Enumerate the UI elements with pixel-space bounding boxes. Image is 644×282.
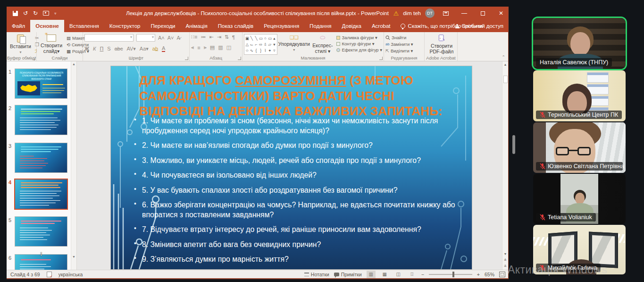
tab-slideshow[interactable]: Показ слайдів — [213, 20, 259, 32]
columns-icon[interactable]: ▥ — [218, 44, 223, 51]
tab-view[interactable]: Подання — [304, 20, 336, 32]
tab-file[interactable]: Файл — [7, 20, 30, 32]
thumbnail-scrollbar[interactable]: ▲ ▼ — [71, 61, 76, 271]
paste-button[interactable]: Вставити ▾ — [8, 34, 33, 55]
arrange-button[interactable]: ❏❏ Упорядкувати ▾ — [279, 34, 309, 55]
spellcheck-icon[interactable] — [47, 272, 52, 277]
tab-transitions[interactable]: Переходи — [145, 20, 180, 32]
align-center-icon[interactable]: ≡ — [197, 45, 200, 51]
select-button[interactable]: ⇱ Виділити ▾ — [385, 48, 423, 53]
new-slide-button[interactable]: Створити слайд▾ — [38, 34, 65, 55]
account-name[interactable]: dim teh — [403, 10, 421, 16]
line-spacing-icon[interactable]: ⇅ — [225, 34, 229, 40]
replace-button[interactable]: abЗамінити ▾ — [385, 42, 423, 47]
smartart-icon[interactable]: ◫ — [226, 44, 231, 51]
start-slideshow-icon[interactable] — [43, 11, 49, 16]
tab-home[interactable]: Основне — [30, 20, 64, 32]
current-slide[interactable]: ДЛЯ КРАЩОГО САМОРОЗУМІННЯ (З МЕТОЮ САМОД… — [111, 66, 472, 269]
slide-thumbnail-1[interactable]: ПСИХОЛОГО-СОЦІАЛЬНІ ОСОБЛИВОСТІ СПІЛКУВА… — [15, 68, 67, 99]
shape-outline-button[interactable]: Контур фігури ▾ — [336, 41, 382, 46]
participant-tile[interactable]: Юзвенко Світлана Петрівна — [533, 122, 626, 173]
gallery-more-icon[interactable]: ▿ — [273, 48, 275, 53]
slide-thumbnail-2[interactable] — [15, 105, 67, 135]
bullets-icon[interactable]: ∷≡ — [191, 34, 197, 40]
font-size-select[interactable] — [136, 34, 155, 42]
slide-counter[interactable]: Слайд 4 з 69 — [10, 272, 40, 277]
save-icon[interactable] — [13, 11, 18, 16]
slide-thumbnail-5[interactable] — [15, 216, 67, 247]
change-case-icon[interactable]: Aa▾ — [140, 46, 149, 52]
align-left-icon[interactable]: ⫷ — [191, 44, 194, 51]
highlight-color-icon[interactable]: ab̲ — [152, 46, 158, 51]
font-dialog-launcher[interactable] — [185, 57, 188, 60]
italic-icon[interactable]: К — [93, 46, 96, 51]
redo-icon[interactable]: ↻ — [33, 10, 38, 17]
tab-acrobat[interactable]: Acrobat — [367, 20, 396, 32]
text-direction-icon[interactable]: ¶ — [232, 34, 235, 40]
char-spacing-icon[interactable]: AV▾ — [126, 46, 135, 52]
slide-sorter-view-button[interactable]: ▦ — [380, 271, 389, 278]
reading-view-button[interactable]: ◫ — [394, 271, 403, 278]
font-name-select[interactable] — [84, 34, 134, 42]
notes-button[interactable]: Нотатки — [304, 272, 329, 277]
grow-font-icon[interactable]: A˄ — [158, 35, 165, 41]
close-button[interactable]: ✕ — [494, 7, 508, 20]
font-color-icon[interactable]: A — [162, 45, 165, 52]
tab-help[interactable]: Довідка — [337, 20, 367, 32]
bold-icon[interactable]: Ж — [84, 46, 89, 51]
zoom-slider-handle[interactable] — [452, 272, 454, 277]
zoom-slider[interactable] — [429, 274, 472, 275]
participant-tile[interactable]: Тернопільський Центр ПК — [533, 70, 626, 121]
textbox-shape-icon[interactable]: ▣ — [245, 36, 249, 41]
gallery-down-icon[interactable]: ▾ — [273, 42, 275, 47]
indent-increase-icon[interactable]: ⇥ — [217, 34, 221, 40]
normal-view-button[interactable]: ▥ — [367, 271, 376, 278]
find-button[interactable]: Знайти — [385, 35, 423, 40]
slide-body-text[interactable]: 1. Чи маєте ви проблеми зі сном (безсонн… — [142, 116, 472, 269]
numbering-icon[interactable]: ≔ — [201, 34, 206, 40]
underline-icon[interactable]: П — [100, 46, 103, 51]
previous-slide-icon[interactable]: ≜ — [502, 258, 508, 262]
meeting-panel-scrollbar[interactable] — [512, 135, 515, 154]
shadow-icon[interactable]: S — [107, 46, 110, 51]
shape-effects-button[interactable]: Ефекти для фігур ▾ — [336, 47, 382, 52]
slide-title[interactable]: ДЛЯ КРАЩОГО САМОРОЗУМІННЯ (З МЕТОЮ САМОД… — [139, 73, 449, 119]
clipboard-dialog-launcher[interactable] — [32, 57, 35, 60]
minimize-button[interactable]: — — [457, 7, 471, 20]
justify-icon[interactable]: ▤ — [210, 44, 215, 51]
slide-thumbnail-3[interactable] — [15, 143, 67, 173]
thumb-scroll-up-icon[interactable]: ▲ — [72, 62, 75, 66]
warning-icon[interactable]: ⚠ — [393, 10, 399, 17]
collapse-ribbon-icon[interactable]: ⌃ — [502, 55, 505, 60]
scroll-up-icon[interactable]: ▲ — [502, 63, 508, 66]
indent-decrease-icon[interactable]: ⇤ — [209, 34, 213, 40]
paragraph-dialog-launcher[interactable] — [238, 57, 241, 60]
clear-format-icon[interactable]: A̷ — [177, 35, 180, 41]
share-button[interactable]: Спільний доступ — [455, 20, 503, 32]
thumb-scroll-down-icon[interactable]: ▼ — [72, 255, 75, 258]
participant-tile[interactable]: Наталія Савелюк (ТНПУ) — [533, 18, 626, 69]
tab-animations[interactable]: Анімація — [181, 20, 213, 32]
scroll-down-icon[interactable]: ▼ — [502, 252, 508, 256]
scroll-thumb[interactable] — [503, 76, 508, 83]
zoom-level[interactable]: 65% — [485, 272, 494, 277]
undo-icon[interactable]: ↺ — [23, 10, 28, 17]
ribbon-display-options-button[interactable] — [439, 7, 453, 20]
zoom-in-button[interactable]: + — [477, 272, 480, 277]
create-pdf-button[interactable]: ⤓ Створити PDF-файл — [426, 34, 457, 55]
shapes-gallery[interactable]: ▣╲╲▭○▭▴ △⌙⌐⇨⇩▱▾ ☆∿{}⌇✦▿ — [244, 34, 277, 55]
drawing-dialog-launcher[interactable] — [379, 57, 383, 60]
zoom-out-button[interactable]: − — [421, 272, 424, 277]
tab-review[interactable]: Рецензування — [259, 20, 304, 32]
strikethrough-icon[interactable]: abc — [115, 46, 123, 51]
language-indicator[interactable]: українська — [59, 272, 83, 277]
align-right-icon[interactable]: ⫸ — [204, 44, 207, 51]
qat-customize-icon[interactable]: ▿ — [54, 11, 56, 16]
tab-design[interactable]: Конструктор — [104, 20, 146, 32]
participant-tile[interactable]: Tetiana Volianiuk — [533, 174, 626, 224]
comments-button[interactable]: Примітки — [334, 272, 362, 277]
fit-slide-button[interactable] — [499, 272, 505, 277]
slideshow-view-button[interactable]: ⍗ — [408, 271, 417, 278]
gallery-up-icon[interactable]: ▴ — [273, 36, 275, 41]
maximize-button[interactable] — [476, 7, 490, 20]
